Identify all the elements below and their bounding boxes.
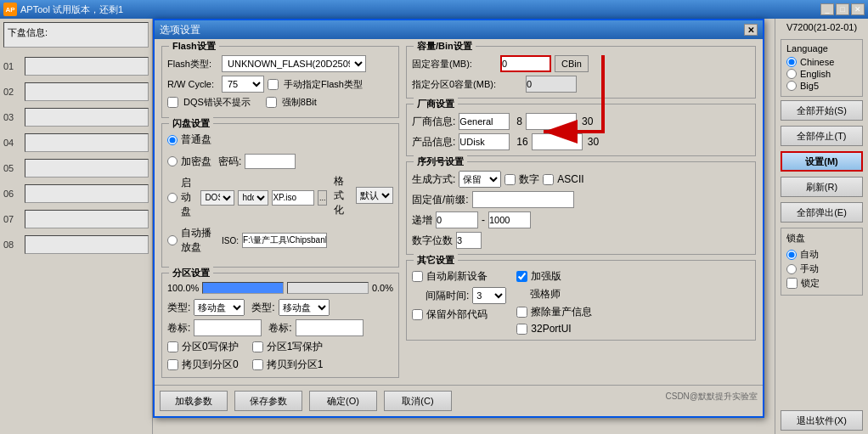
keep-code-label: 保留外部代码 (426, 307, 488, 322)
start-all-button[interactable]: 全部开始(S) (781, 100, 863, 121)
stop-all-button[interactable]: 全部停止(T) (781, 126, 863, 146)
interval-label: 间隔时间: (426, 289, 469, 303)
big5-radio[interactable] (786, 81, 797, 91)
port32-row: 32PortUI (516, 323, 592, 335)
slot-bar-08 (25, 235, 149, 254)
slot-bar-05 (25, 159, 149, 178)
write-protect2-checkbox[interactable] (252, 341, 263, 352)
close-button[interactable]: ✕ (851, 3, 865, 15)
serial-ascii-checkbox[interactable] (543, 174, 554, 185)
lock-manual-radio[interactable] (786, 264, 797, 274)
format-select[interactable]: 默认 (356, 187, 393, 204)
cbin-button[interactable]: CBin (555, 55, 589, 72)
copy2-checkbox[interactable] (252, 359, 263, 370)
pwd-label: 密码: (218, 155, 241, 169)
encrypt-pwd-input[interactable] (245, 154, 296, 169)
manual-flash-checkbox[interactable] (268, 79, 279, 90)
keep-code-checkbox[interactable] (412, 309, 423, 320)
vol1-input[interactable] (194, 319, 262, 336)
lock-auto-radio[interactable] (786, 250, 797, 260)
dqs-error-checkbox[interactable] (167, 97, 178, 108)
load-params-button[interactable]: 加载参数 (160, 391, 228, 411)
slot-label-03: 03 (3, 112, 25, 122)
cancel-button[interactable]: 取消(C) (384, 391, 452, 411)
manufacturer-title: 厂商设置 (414, 98, 458, 110)
auto-refresh-checkbox[interactable] (412, 271, 423, 282)
serial-gen-row: 生成方式: 保留 数字 ASCII (412, 171, 750, 188)
boot-disk-row: 启动盘 DOS hdd ... (167, 176, 327, 219)
encrypt-disk-radio[interactable] (167, 156, 178, 166)
serial-increment-end[interactable] (488, 211, 531, 228)
flash-type-select[interactable]: UNKNOWN_FLASH(20D2509458) (222, 55, 366, 72)
force8bit-checkbox[interactable] (266, 97, 277, 108)
minimize-button[interactable]: _ (820, 3, 834, 15)
port32-checkbox[interactable] (516, 324, 527, 335)
boot-browse-button[interactable]: ... (318, 190, 327, 206)
write-protect1-checkbox[interactable] (167, 341, 178, 352)
version-label: V7200(21-02-01) (781, 22, 863, 32)
type1-select[interactable]: 移动盘 (194, 299, 245, 316)
fixed-capacity-input[interactable] (500, 55, 551, 72)
write-protect1-row: 分区0写保护 (167, 340, 239, 354)
chinese-radio[interactable] (786, 57, 797, 67)
copy2-label: 拷贝到分区1 (267, 358, 324, 372)
info-text: 下盘信息: (8, 27, 48, 37)
english-radio[interactable] (786, 69, 797, 79)
copy1-checkbox[interactable] (167, 359, 178, 370)
serial-number-checkbox[interactable] (504, 174, 516, 185)
partition-capacity-input[interactable] (526, 76, 577, 93)
erase-mfr-checkbox[interactable] (516, 307, 527, 318)
serial-gen-select[interactable]: 保留 (459, 171, 501, 188)
serial-dash: - (482, 214, 485, 226)
serial-fixed-input[interactable] (472, 191, 574, 208)
dqs-row: DQS错误不提示 强制8Bit (167, 96, 393, 109)
slot-bar-03 (25, 108, 149, 127)
progress-bar2 (287, 282, 369, 294)
language-group: Language Chinese English Big5 (781, 39, 863, 97)
boot-hdd-select[interactable]: hdd (238, 190, 268, 206)
autoplay-iso-label: ISO: (222, 236, 239, 245)
mfr-info-extra[interactable] (526, 113, 577, 130)
maximize-button[interactable]: □ (836, 3, 849, 15)
rw-cycle-select[interactable]: 75 (222, 76, 264, 93)
save-params-button[interactable]: 保存参数 (234, 391, 302, 411)
autoplay-disk-radio[interactable] (167, 235, 178, 245)
mfr-product-input[interactable] (459, 133, 510, 150)
dialog-close-button[interactable]: ✕ (744, 24, 758, 36)
lock-lock-checkbox[interactable] (786, 278, 798, 289)
eject-all-button[interactable]: 全部弹出(E) (781, 202, 863, 223)
flash-type-row: Flash类型: UNKNOWN_FLASH(20D2509458) (167, 55, 393, 72)
erase-mfr-row: 擦除量产信息 (516, 305, 592, 319)
enhance-row: 加强版 (516, 269, 592, 284)
lock-manual-item: 手动 (786, 262, 857, 275)
mfr-product-extra[interactable] (532, 133, 583, 150)
rw-cycle-label: R/W Cycle: (167, 79, 218, 89)
type2-select[interactable]: 移动盘 (279, 299, 330, 316)
interval-select[interactable]: 3 (472, 287, 506, 304)
enhance-checkbox[interactable] (516, 271, 527, 282)
flashdrive-section: 闪盘设置 普通盘 加密盘 密码: (161, 123, 399, 268)
slot-bar-07 (25, 210, 149, 228)
serial-digits-input[interactable] (456, 232, 482, 249)
big5-radio-item: Big5 (786, 81, 857, 91)
flash-type-label: Flash类型: (167, 58, 218, 70)
exit-button[interactable]: 退出软件(X) (781, 410, 863, 431)
autoplay-iso-input[interactable] (242, 233, 327, 248)
boot-iso-input[interactable] (272, 190, 314, 206)
partition-capacity-label: 指定分区0容量(MB): (412, 78, 522, 91)
flash-section: Flash设置 Flash类型: UNKNOWN_FLASH(20D250945… (161, 46, 399, 118)
serial-gen-label: 生成方式: (412, 172, 455, 187)
serial-increment-start[interactable] (436, 211, 478, 228)
settings-button[interactable]: 设置(M) (781, 151, 863, 172)
vol2-input[interactable] (296, 319, 364, 336)
mfr-info-input[interactable] (459, 113, 510, 130)
boot-disk-radio[interactable] (167, 193, 178, 203)
ok-button[interactable]: 确定(O) (309, 391, 377, 411)
other-left: 自动刷新设备 间隔时间: 3 保留外部代码 (412, 269, 506, 335)
app-title: APTool 试用版本，还剩1 (20, 3, 820, 16)
normal-disk-radio[interactable] (167, 135, 178, 145)
refresh-button[interactable]: 刷新(R) (781, 177, 863, 197)
dqs-error-label: DQS错误不提示 (183, 96, 251, 109)
fixed-capacity-label: 固定容量(MB): (412, 58, 497, 70)
boot-dos-select[interactable]: DOS (200, 190, 234, 206)
